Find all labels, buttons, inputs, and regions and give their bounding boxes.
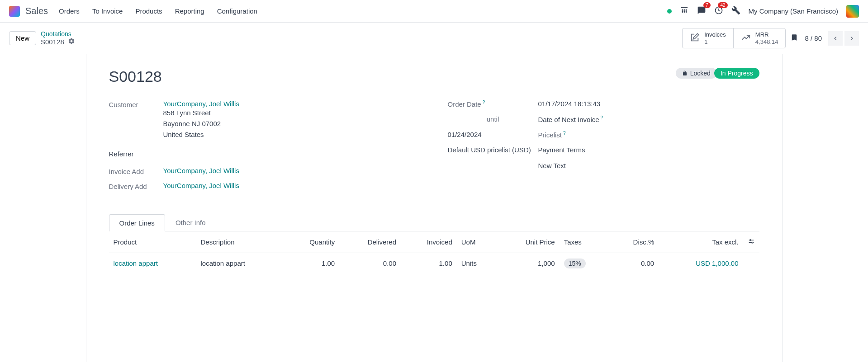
svg-point-0	[682, 9, 683, 10]
new-button[interactable]: New	[9, 31, 36, 45]
lock-icon	[682, 71, 688, 76]
app-logo-icon[interactable]	[9, 6, 20, 17]
svg-point-3	[682, 12, 683, 13]
menu-configuration[interactable]: Configuration	[217, 7, 257, 15]
customer-link[interactable]: YourCompany, Joel Willis	[163, 100, 239, 108]
table-row[interactable]: location appart location appart 1.00 0.0…	[109, 253, 759, 274]
cell-delivered[interactable]: 0.00	[339, 253, 401, 274]
order-date-label: Order Date?	[448, 100, 538, 108]
record-title: S00128	[109, 68, 162, 85]
pager-next-button[interactable]	[844, 31, 859, 46]
stat-mrr-value: 4,348.14	[755, 38, 778, 46]
until-date: 01/24/2024	[448, 131, 538, 139]
bookmark-icon[interactable]	[790, 33, 798, 44]
svg-point-5	[686, 12, 687, 13]
cell-product[interactable]: location appart	[109, 253, 196, 274]
menu-orders[interactable]: Orders	[59, 7, 80, 15]
control-panel: New Quotations S00128 Invoices 1	[0, 23, 868, 54]
gear-icon[interactable]	[68, 38, 75, 46]
addr-line1: 858 Lynn Street	[163, 108, 421, 118]
pager-area: 8 / 80	[790, 31, 859, 46]
svg-point-10	[751, 242, 753, 244]
col-disc[interactable]: Disc.%	[610, 231, 659, 253]
pricelist-value: Default USD pricelist (USD)	[448, 146, 538, 154]
help-icon[interactable]: ?	[563, 131, 566, 136]
tab-other-info[interactable]: Other Info	[165, 214, 216, 231]
tax-pill: 15%	[564, 259, 586, 268]
col-invoiced[interactable]: Invoiced	[401, 231, 457, 253]
messages-icon[interactable]: 7	[697, 6, 706, 16]
col-product[interactable]: Product	[109, 231, 196, 253]
cell-invoiced[interactable]: 1.00	[401, 253, 457, 274]
stat-mrr-label: MRR	[755, 31, 778, 38]
stat-invoices-value: 1	[704, 38, 726, 46]
tabs: Order Lines Other Info	[109, 214, 759, 231]
breadcrumb-parent[interactable]: Quotations	[41, 30, 75, 38]
until-value: Date of Next Invoice?	[538, 115, 759, 123]
table-header-row: Product Description Quantity Delivered I…	[109, 231, 759, 253]
breadcrumb-current-text: S00128	[41, 38, 64, 46]
presence-dot-icon[interactable]	[667, 9, 672, 14]
svg-point-1	[684, 9, 685, 10]
stat-mrr[interactable]: MRR 4,348.14	[733, 28, 786, 48]
col-delivered[interactable]: Delivered	[339, 231, 401, 253]
locked-text: Locked	[690, 70, 711, 77]
grid-icon[interactable]	[680, 6, 689, 16]
tools-icon[interactable]	[731, 6, 740, 16]
stat-buttons: Invoices 1 MRR 4,348.14	[682, 28, 786, 48]
col-quantity[interactable]: Quantity	[284, 231, 340, 253]
menu-to-invoice[interactable]: To Invoice	[92, 7, 123, 15]
activities-badge: 42	[718, 2, 727, 8]
activities-icon[interactable]: 42	[714, 6, 723, 16]
delivery-addr-label: Delivery Add	[109, 182, 163, 190]
menu-reporting[interactable]: Reporting	[175, 7, 204, 15]
help-icon[interactable]: ?	[601, 115, 603, 120]
until-label: until	[448, 115, 538, 123]
top-nav: Sales Orders To Invoice Products Reporti…	[0, 0, 868, 23]
customer-label: Customer	[109, 100, 163, 108]
cell-taxes[interactable]: 15%	[560, 253, 610, 274]
cell-taxexcl[interactable]: USD 1,000.00	[659, 253, 743, 274]
pricelist-label: Pricelist?	[538, 131, 759, 139]
customer-address: 858 Lynn Street Bayonne NJ 07002 United …	[163, 108, 421, 140]
tab-order-lines[interactable]: Order Lines	[109, 214, 165, 231]
col-taxexcl[interactable]: Tax excl.	[659, 231, 743, 253]
cell-uom[interactable]: Units	[457, 253, 497, 274]
module-name[interactable]: Sales	[25, 6, 48, 16]
col-description[interactable]: Description	[196, 231, 284, 253]
invoice-addr-link[interactable]: YourCompany, Joel Willis	[163, 167, 239, 174]
breadcrumb-current: S00128	[41, 38, 75, 46]
company-selector[interactable]: My Company (San Francisco)	[749, 7, 838, 15]
nav-right: 7 42 My Company (San Francisco)	[667, 5, 859, 18]
new-text-value[interactable]: New Text	[538, 162, 759, 169]
col-unitprice[interactable]: Unit Price	[497, 231, 560, 253]
col-taxes[interactable]: Taxes	[560, 231, 610, 253]
invoice-addr-label: Invoice Add	[109, 167, 163, 175]
help-icon[interactable]: ?	[483, 100, 485, 105]
locked-badge: Locked	[676, 68, 717, 79]
addr-line2: Bayonne NJ 07002	[163, 118, 421, 129]
trend-up-icon	[741, 33, 751, 44]
cell-unitprice[interactable]: 1,000	[497, 253, 560, 274]
user-avatar[interactable]	[846, 5, 859, 18]
breadcrumb: Quotations S00128	[41, 30, 75, 46]
addr-line3: United States	[163, 129, 421, 140]
payment-terms-label: Payment Terms	[538, 146, 759, 154]
cell-description[interactable]: location appart	[196, 253, 284, 274]
status-badge[interactable]: In Progress	[714, 68, 759, 79]
col-settings-icon[interactable]	[743, 231, 759, 253]
menu-products[interactable]: Products	[135, 7, 162, 15]
cell-disc[interactable]: 0.00	[610, 253, 659, 274]
stat-invoices[interactable]: Invoices 1	[683, 28, 733, 48]
delivery-addr-link[interactable]: YourCompany, Joel Willis	[163, 182, 239, 189]
main-menu: Orders To Invoice Products Reporting Con…	[59, 7, 257, 15]
status-bar: Locked In Progress	[676, 68, 759, 79]
cell-quantity[interactable]: 1.00	[284, 253, 340, 274]
col-uom[interactable]: UoM	[457, 231, 497, 253]
form-left-col: Customer YourCompany, Joel Willis 858 Ly…	[109, 100, 421, 196]
form-right-col: Order Date? 01/17/2024 18:13:43 until Da…	[448, 100, 759, 196]
messages-badge: 7	[703, 2, 711, 8]
stat-invoices-label: Invoices	[704, 31, 726, 38]
pager-prev-button[interactable]	[828, 31, 843, 46]
pager-text[interactable]: 8 / 80	[805, 34, 822, 42]
